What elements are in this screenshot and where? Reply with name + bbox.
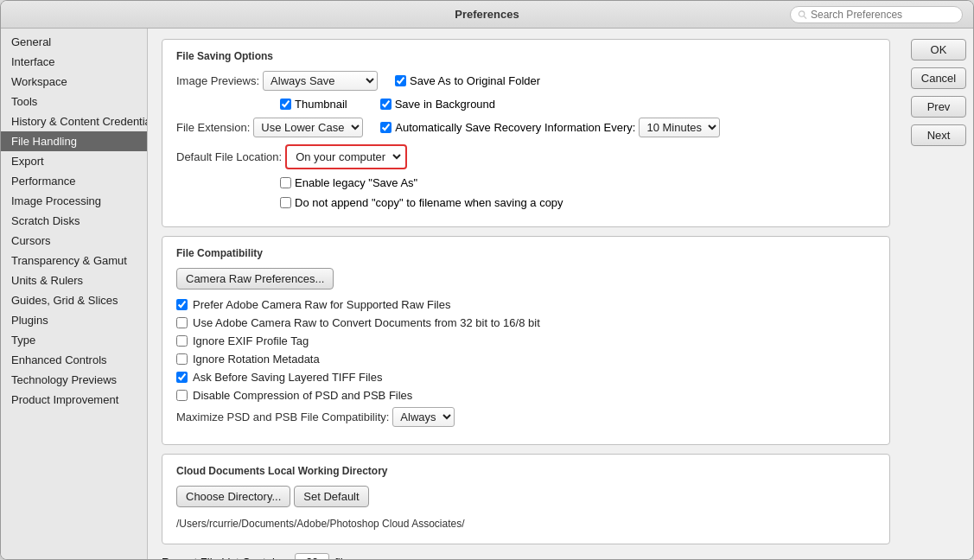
main-content: File Saving Options Image Previews: Alwa… — [148, 29, 904, 559]
ignore-exif-row: Ignore EXIF Profile Tag — [176, 334, 875, 347]
recent-files-row: Recent File List Contains: 20 files — [162, 553, 890, 559]
sidebar-item-tech-previews[interactable]: Technology Previews — [1, 370, 147, 390]
use-camera-raw-convert-label: Use Adobe Camera Raw to Convert Document… — [193, 316, 540, 329]
prev-button[interactable]: Prev — [911, 96, 966, 118]
save-background-checkbox[interactable] — [380, 99, 392, 110]
sidebar: GeneralInterfaceWorkspaceToolsHistory & … — [1, 29, 148, 559]
thumbnail-label: Thumbnail — [295, 98, 347, 111]
disable-compression-checkbox[interactable] — [176, 390, 188, 401]
ignore-exif-label: Ignore EXIF Profile Tag — [193, 334, 309, 347]
maximize-psd-row: Maximize PSD and PSB File Compatibility:… — [176, 407, 875, 427]
file-saving-section: File Saving Options Image Previews: Alwa… — [162, 39, 890, 227]
content-area: GeneralInterfaceWorkspaceToolsHistory & … — [1, 29, 973, 559]
file-extension-select[interactable]: Use Lower Case Use Upper Case — [253, 118, 363, 137]
file-extension-label: File Extension: — [176, 121, 250, 134]
cancel-button[interactable]: Cancel — [911, 67, 966, 89]
sidebar-item-enhanced-controls[interactable]: Enhanced Controls — [1, 350, 147, 370]
search-icon — [798, 10, 807, 20]
file-extension-row: File Extension: Use Lower Case Use Upper… — [176, 118, 875, 137]
file-compatibility-title: File Compatibility — [176, 247, 875, 259]
camera-raw-btn[interactable]: Camera Raw Preferences... — [176, 268, 334, 290]
sidebar-item-tools[interactable]: Tools — [1, 92, 147, 111]
sidebar-item-units-rulers[interactable]: Units & Rulers — [1, 270, 147, 290]
enable-legacy-row: Enable legacy "Save As" — [280, 176, 875, 189]
ok-button[interactable]: OK — [911, 39, 966, 60]
next-button[interactable]: Next — [911, 124, 966, 146]
sidebar-item-cursors[interactable]: Cursors — [1, 231, 147, 251]
file-saving-title: File Saving Options — [176, 50, 875, 62]
ask-before-saving-row: Ask Before Saving Layered TIFF Files — [176, 371, 875, 384]
ask-before-saving-label: Ask Before Saving Layered TIFF Files — [193, 371, 382, 384]
thumbnail-row: Thumbnail Save in Background — [280, 98, 875, 111]
search-area[interactable] — [790, 6, 963, 23]
recent-files-label-after: files — [334, 556, 354, 559]
enable-legacy-checkbox[interactable] — [280, 177, 291, 188]
save-background-label: Save in Background — [395, 98, 495, 111]
disable-compression-label: Disable Compression of PSD and PSB Files — [193, 389, 412, 402]
image-previews-select[interactable]: Always Save Never Save Ask When Saving — [263, 71, 378, 91]
prefer-camera-raw-label: Prefer Adobe Camera Raw for Supported Ra… — [193, 298, 450, 311]
image-previews-row: Image Previews: Always Save Never Save A… — [176, 71, 875, 91]
prefer-camera-raw-checkbox[interactable] — [176, 299, 188, 310]
svg-line-1 — [804, 16, 806, 18]
titlebar: Preferences — [1, 1, 973, 29]
ignore-rotation-label: Ignore Rotation Metadata — [193, 353, 320, 366]
sidebar-item-file-handling[interactable]: File Handling — [1, 131, 147, 151]
auto-save-checkbox[interactable] — [380, 122, 392, 133]
save-as-original-checkbox[interactable] — [395, 75, 406, 86]
sidebar-item-performance[interactable]: Performance — [1, 171, 147, 191]
file-compatibility-section: File Compatibility Camera Raw Preference… — [162, 236, 890, 445]
default-file-location-row: Default File Location: On your computer … — [176, 144, 875, 169]
sidebar-item-guides-grid[interactable]: Guides, Grid & Slices — [1, 290, 147, 310]
ignore-exif-checkbox[interactable] — [176, 335, 188, 347]
default-file-location-label: Default File Location: — [176, 150, 282, 163]
sidebar-item-interface[interactable]: Interface — [1, 52, 147, 72]
no-append-copy-row: Do not append "copy" to filename when sa… — [280, 196, 875, 209]
preferences-window: Preferences GeneralInterfaceWorkspaceToo… — [0, 0, 974, 560]
default-file-location-highlight: On your computer Creative Cloud — [285, 144, 407, 169]
maximize-psd-select[interactable]: Always Never Ask — [392, 407, 455, 427]
sidebar-item-image-processing[interactable]: Image Processing — [1, 191, 147, 211]
cloud-documents-section: Cloud Documents Local Working Directory … — [162, 454, 890, 544]
search-input[interactable] — [811, 9, 955, 21]
sidebar-item-type[interactable]: Type — [1, 330, 147, 350]
no-append-copy-label: Do not append "copy" to filename when sa… — [295, 196, 563, 209]
choose-directory-btn[interactable]: Choose Directory... — [176, 486, 290, 507]
window-title: Preferences — [455, 8, 519, 21]
ignore-rotation-checkbox[interactable] — [176, 353, 188, 365]
buttons-panel: OK Cancel Prev Next — [904, 29, 973, 559]
sidebar-item-plugins[interactable]: Plugins — [1, 310, 147, 330]
auto-save-select[interactable]: 1 Minute 5 Minutes 10 Minutes 15 Minutes… — [639, 118, 720, 137]
use-camera-raw-convert-checkbox[interactable] — [176, 317, 188, 328]
use-camera-raw-convert-row: Use Adobe Camera Raw to Convert Document… — [176, 316, 875, 329]
sidebar-item-history[interactable]: History & Content Credentials — [1, 111, 147, 131]
cloud-path: /Users/rcurrie/Documents/Adobe/Photoshop… — [176, 514, 875, 533]
image-previews-label: Image Previews: — [176, 74, 259, 87]
recent-files-count[interactable]: 20 — [295, 553, 329, 559]
sidebar-item-workspace[interactable]: Workspace — [1, 72, 147, 92]
ask-before-saving-checkbox[interactable] — [176, 372, 188, 383]
set-default-btn[interactable]: Set Default — [294, 486, 368, 507]
sidebar-item-product-improvement[interactable]: Product Improvement — [1, 390, 147, 410]
enable-legacy-label: Enable legacy "Save As" — [295, 176, 417, 189]
recent-files-label-before: Recent File List Contains: — [162, 556, 290, 559]
no-append-copy-checkbox[interactable] — [280, 197, 291, 208]
sidebar-item-general[interactable]: General — [1, 32, 147, 52]
ignore-rotation-row: Ignore Rotation Metadata — [176, 353, 875, 366]
disable-compression-row: Disable Compression of PSD and PSB Files — [176, 389, 875, 402]
default-file-location-select[interactable]: On your computer Creative Cloud — [289, 148, 404, 166]
auto-save-label: Automatically Save Recovery Information … — [395, 121, 635, 134]
cloud-buttons-row: Choose Directory... Set Default — [176, 486, 875, 507]
sidebar-item-scratch-disks[interactable]: Scratch Disks — [1, 211, 147, 231]
cloud-documents-title: Cloud Documents Local Working Directory — [176, 465, 875, 477]
save-as-original-label: Save As to Original Folder — [410, 74, 540, 87]
sidebar-item-transparency-gamut[interactable]: Transparency & Gamut — [1, 251, 147, 270]
thumbnail-checkbox[interactable] — [280, 99, 291, 110]
maximize-psd-label: Maximize PSD and PSB File Compatibility: — [176, 410, 389, 423]
prefer-camera-raw-row: Prefer Adobe Camera Raw for Supported Ra… — [176, 298, 875, 311]
sidebar-item-export[interactable]: Export — [1, 151, 147, 171]
svg-point-0 — [799, 10, 804, 16]
